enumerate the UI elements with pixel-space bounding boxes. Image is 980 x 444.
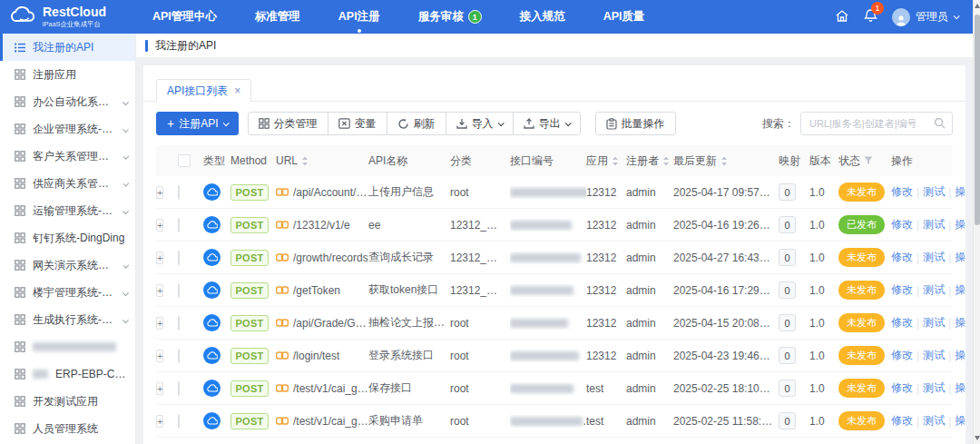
toolbar-button-1[interactable]: 分类管理	[248, 112, 328, 135]
more-actions-link[interactable]: 操作	[955, 184, 965, 200]
toolbar-button-5[interactable]: 导出	[513, 112, 581, 135]
toolbar-button-0[interactable]: +注册API	[156, 112, 239, 135]
row-checkbox[interactable]	[178, 251, 180, 265]
row-url[interactable]: /getToken	[293, 284, 340, 297]
row-checkbox[interactable]	[178, 316, 180, 331]
sidebar-item-9[interactable]: 楼宇管理系统-BMS	[0, 279, 135, 306]
row-url[interactable]: /api/Grade/GetSp…	[293, 317, 368, 330]
test-link[interactable]: 测试	[923, 380, 945, 396]
home-icon[interactable]	[835, 9, 849, 25]
nav-item-3[interactable]: 服务审核1	[418, 9, 482, 25]
sidebar-item-10[interactable]: 生成执行系统-MES	[0, 306, 135, 333]
row-url[interactable]: /test/v1/cai_gou	[293, 415, 368, 428]
notifications-bell-icon[interactable]: 1	[864, 8, 877, 25]
nav-item-1[interactable]: 标准管理	[255, 9, 300, 25]
edit-link[interactable]: 修改	[891, 348, 913, 363]
nav-item-2[interactable]: API注册	[338, 9, 380, 25]
nav-item-0[interactable]: API管理中心	[152, 9, 217, 25]
sidebar-item-1[interactable]: 注册应用	[0, 61, 135, 88]
more-actions-link[interactable]: 操作	[955, 217, 965, 232]
sidebar-item-8[interactable]: 网关演示系统（正常演…	[0, 252, 135, 279]
row-expand-button[interactable]: +	[156, 186, 163, 199]
search-input[interactable]	[800, 112, 953, 135]
sidebar-item-2[interactable]: 办公自动化系统-OA	[0, 88, 135, 115]
more-actions-link[interactable]: 操作	[955, 282, 965, 298]
select-all-checkbox[interactable]	[178, 154, 191, 167]
more-actions-link[interactable]: 操作	[955, 348, 965, 363]
row-url[interactable]: /12312/v1/e	[293, 219, 350, 232]
row-checkbox[interactable]	[178, 283, 180, 298]
test-link[interactable]: 测试	[923, 348, 945, 363]
row-url[interactable]: /test/v1/cai_gou_s…	[293, 382, 368, 395]
sort-icon[interactable]	[612, 156, 619, 166]
nav-item-5[interactable]: API质量	[603, 9, 645, 25]
row-checkbox[interactable]	[178, 185, 180, 200]
row-expand-button[interactable]: +	[156, 284, 163, 297]
row-expand-button[interactable]: +	[156, 317, 163, 330]
row-expand-button[interactable]: +	[156, 252, 163, 264]
test-link[interactable]: 测试	[923, 315, 945, 331]
sidebar-item-11[interactable]	[0, 333, 135, 360]
edit-link[interactable]: 修改	[891, 184, 913, 200]
test-link[interactable]: 测试	[923, 217, 945, 232]
edit-link[interactable]: 修改	[891, 380, 913, 396]
tab-api-list[interactable]: API接口列表 ×	[156, 79, 251, 102]
row-expand-button[interactable]: +	[156, 350, 163, 362]
scroll-up-arrow[interactable]	[975, 4, 980, 8]
tab-close-icon[interactable]: ×	[234, 84, 240, 97]
test-link[interactable]: 测试	[923, 250, 945, 265]
toolbar-button-2[interactable]: 变量	[328, 112, 387, 135]
edit-link[interactable]: 修改	[891, 217, 913, 232]
column-header-8[interactable]: 最后更新	[673, 153, 779, 169]
more-actions-link[interactable]: 操作	[955, 380, 965, 396]
toolbar-button-3[interactable]: 刷新	[387, 112, 446, 135]
row-checkbox[interactable]	[178, 218, 180, 232]
page-scrollbar[interactable]	[973, 0, 980, 444]
row-url[interactable]: /growth/records	[293, 252, 368, 264]
sidebar-item-5[interactable]: 供应商关系管理-SRM	[0, 170, 135, 197]
row-checkbox[interactable]	[178, 349, 180, 363]
row-url[interactable]: /login/test	[293, 350, 339, 362]
sidebar-item-0[interactable]: 我注册的API	[0, 34, 135, 61]
row-expand-button[interactable]: +	[156, 382, 163, 395]
column-header-6[interactable]: 应用	[586, 153, 626, 169]
sort-icon[interactable]	[662, 156, 670, 166]
filter-icon[interactable]	[864, 156, 873, 165]
nav-item-4[interactable]: 接入规范	[520, 9, 565, 25]
toolbar-button-6[interactable]: 批量操作	[595, 112, 676, 135]
row-url[interactable]: /api/Account/Uplo…	[293, 186, 368, 199]
row-checkbox[interactable]	[178, 414, 180, 429]
sidebar-item-14[interactable]: 人员管理系统	[0, 415, 135, 442]
sidebar-item-12[interactable]: ERP-EBP-CRM	[0, 360, 135, 388]
edit-link[interactable]: 修改	[891, 250, 913, 265]
sidebar-item-6[interactable]: 运输管理系统-TMS	[0, 197, 135, 224]
sidebar-item-7[interactable]: 钉钉系统-DingDing	[0, 224, 135, 252]
user-menu[interactable]: 管理员	[892, 8, 958, 26]
more-actions-link[interactable]: 操作	[955, 250, 965, 265]
scroll-thumb[interactable]	[975, 15, 980, 225]
sidebar-item-4[interactable]: 客户关系管理系统-CRM	[0, 143, 135, 170]
scroll-down-arrow[interactable]	[975, 436, 980, 440]
column-header-11[interactable]: 状态	[838, 153, 891, 169]
test-link[interactable]: 测试	[923, 413, 945, 429]
edit-link[interactable]: 修改	[891, 282, 913, 298]
edit-link[interactable]: 修改	[891, 413, 913, 429]
column-header-7[interactable]: 注册者	[626, 153, 673, 169]
more-actions-link[interactable]: 操作	[955, 413, 965, 429]
row-checkbox[interactable]	[178, 381, 180, 396]
row-expand-button[interactable]: +	[156, 219, 163, 232]
search-icon[interactable]	[934, 117, 946, 132]
edit-link[interactable]: 修改	[891, 315, 913, 331]
column-header-2[interactable]: URL	[276, 154, 368, 167]
sidebar-item-13[interactable]: 开发测试应用	[0, 388, 135, 415]
toolbar-button-4[interactable]: 导入	[446, 112, 514, 135]
sort-icon[interactable]	[301, 156, 309, 166]
more-actions-link[interactable]: 操作	[955, 315, 965, 331]
row-expand-button[interactable]: +	[156, 415, 163, 428]
test-link[interactable]: 测试	[923, 282, 945, 298]
sidebar-item-3[interactable]: 企业管理系统-ERP	[0, 115, 135, 143]
redacted-value	[510, 417, 583, 426]
sort-icon[interactable]	[720, 156, 728, 166]
test-link[interactable]: 测试	[923, 184, 945, 200]
nav-item-label: 服务审核	[418, 9, 464, 25]
